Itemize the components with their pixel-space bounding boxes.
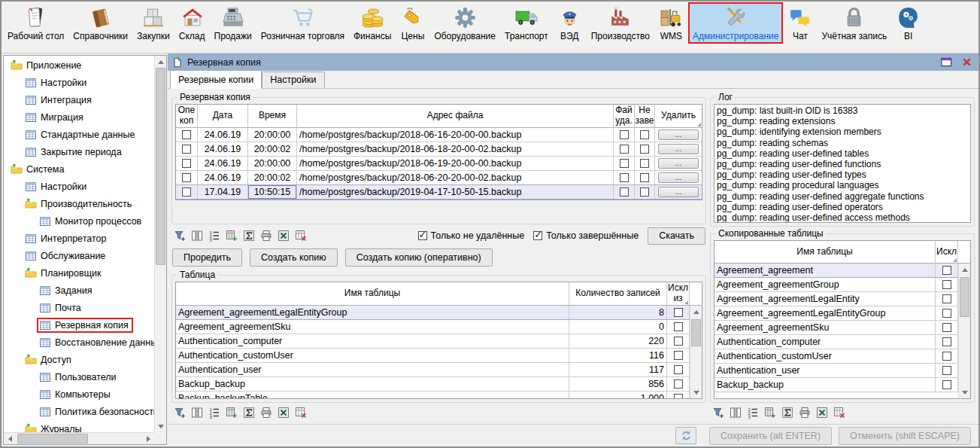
filter-add-button[interactable]: [711, 405, 726, 420]
backup-date-cell[interactable]: 24.06.19: [198, 128, 248, 142]
nav-item-chat[interactable]: Чат: [783, 2, 817, 44]
backup-file-path-cell[interactable]: /home/postgres/backup/2018-06-19-20-00-0…: [297, 157, 614, 170]
operational-copy-checkbox[interactable]: [182, 159, 191, 168]
table-name-cell[interactable]: Authentication_user: [715, 364, 936, 377]
table-delete-button[interactable]: [293, 228, 308, 243]
file-deleted-checkbox[interactable]: [620, 130, 629, 139]
not-finished-checkbox[interactable]: [640, 187, 649, 197]
excel-export-button[interactable]: [815, 405, 830, 420]
table-name-cell[interactable]: Authentication_customUser: [176, 349, 569, 362]
sidebar-item[interactable]: Задания: [4, 282, 154, 299]
operational-copy-checkbox[interactable]: [182, 173, 191, 182]
sidebar-item[interactable]: Монитор процессов: [4, 212, 154, 230]
filter-not-deleted-checkbox[interactable]: [418, 231, 427, 240]
copied-table-row[interactable]: Agreement_agreementLegalEntity: [715, 292, 958, 306]
record-count-cell[interactable]: 220: [569, 334, 667, 348]
scrollbar-thumb[interactable]: [156, 68, 165, 265]
operational-copy-checkbox[interactable]: [182, 187, 191, 197]
sidebar-item[interactable]: Пользователи: [4, 368, 154, 386]
sigma-button[interactable]: [241, 405, 256, 420]
exclude-checkbox[interactable]: [942, 352, 951, 361]
thin-out-button[interactable]: Проредить: [172, 248, 242, 267]
sidebar-item[interactable]: Политика безопасности: [4, 403, 154, 420]
delete-backup-button[interactable]: ...: [658, 187, 699, 197]
table-add-button[interactable]: [763, 405, 778, 420]
column-header-time[interactable]: Время: [248, 105, 297, 128]
copied-table-row[interactable]: Authentication_computer: [715, 335, 958, 349]
sidebar-item[interactable]: Резервная копия: [4, 316, 154, 334]
backup-file-path-cell[interactable]: /home/postgres/backup/2019-04-17-10-50-1…: [297, 185, 614, 199]
nav-item-forklift[interactable]: WMS: [654, 2, 688, 44]
operational-copy-checkbox[interactable]: [182, 130, 191, 139]
table-name-cell[interactable]: Agreement_agreementLegalEntityGroup: [176, 306, 569, 319]
sidebar-item[interactable]: Компьютеры: [4, 386, 154, 403]
numbered-list-button[interactable]: 123: [207, 228, 222, 243]
backup-file-path-cell[interactable]: /home/postgres/backup/2018-06-18-20-00-0…: [297, 142, 614, 156]
numbered-list-button[interactable]: 123: [745, 405, 760, 420]
nav-item-customs-officer[interactable]: ВЭД: [553, 2, 587, 44]
nav-item-factory[interactable]: Производство: [587, 2, 654, 44]
scroll-down-arrow-icon[interactable]: [959, 386, 971, 398]
exclude-checkbox[interactable]: [674, 379, 683, 389]
table-name-cell[interactable]: Agreement_agreementLegalEntity: [715, 292, 936, 306]
copied-table-row[interactable]: Agreement_agreement: [715, 264, 958, 278]
not-finished-checkbox[interactable]: [640, 130, 649, 139]
nav-item-book[interactable]: Справочники: [68, 2, 132, 44]
column-header-file-deleted[interactable]: Фай уда.: [614, 105, 635, 128]
table-row[interactable]: Authentication_user117: [176, 363, 690, 377]
backup-file-path-cell[interactable]: /home/postgres/backup/2018-06-20-20-00-0…: [297, 171, 614, 184]
exclude-checkbox[interactable]: [942, 337, 951, 346]
log-output[interactable]: pg_dump: last built-in OID is 16383pg_du…: [714, 104, 971, 223]
filter-finished[interactable]: Только завершённые: [533, 230, 639, 241]
nav-item-gear[interactable]: Оборудование: [429, 2, 500, 44]
delete-backup-button[interactable]: ...: [658, 172, 699, 183]
record-count-cell[interactable]: 856: [569, 377, 667, 391]
table-name-cell[interactable]: Agreement_agreementSku: [715, 321, 936, 334]
copied-tables-vertical-scrollbar[interactable]: [958, 264, 970, 398]
table-name-cell[interactable]: Agreement_agreementLegalEntityGroup: [715, 306, 936, 320]
print-button[interactable]: [259, 405, 274, 420]
table-name-cell[interactable]: Authentication_customUser: [715, 349, 936, 363]
record-count-cell[interactable]: 116: [569, 349, 667, 362]
exclude-checkbox[interactable]: [942, 266, 951, 275]
table-name-cell[interactable]: Authentication_computer: [715, 335, 936, 349]
backup-row[interactable]: 24.06.1920:00:00/home/postgres/backup/20…: [176, 128, 702, 142]
filter-add-button[interactable]: [172, 405, 187, 420]
backup-row[interactable]: 24.06.1920:00:00/home/postgres/backup/20…: [176, 157, 702, 171]
nav-item-bi[interactable]: BI: [891, 2, 925, 44]
copied-table-row[interactable]: Agreement_agreementLegalEntityGroup: [715, 306, 958, 321]
table-name-cell[interactable]: Backup_backup: [176, 377, 569, 391]
column-header-file-path[interactable]: Адрес файла: [297, 105, 614, 128]
delete-backup-button[interactable]: ...: [658, 158, 699, 169]
table-name-cell[interactable]: Agreement_agreement: [715, 264, 936, 277]
columns-button[interactable]: [190, 405, 205, 420]
column-header-delete[interactable]: Удалить: [655, 105, 702, 128]
backup-time-cell[interactable]: 10:50:15: [248, 185, 297, 199]
sidebar-item[interactable]: Восстановление данных: [4, 334, 154, 351]
nav-item-coins[interactable]: Финансы: [349, 2, 396, 44]
copied-table-row[interactable]: Agreement_agreementGroup: [715, 278, 958, 292]
table-name-cell[interactable]: Backup_backup: [715, 378, 936, 392]
backup-time-cell[interactable]: 20:00:00: [248, 157, 297, 170]
table-row[interactable]: Authentication_computer220: [176, 334, 690, 349]
exclude-checkbox[interactable]: [674, 337, 683, 346]
sidebar-item[interactable]: Интерпретатор: [4, 230, 154, 247]
table-name-cell[interactable]: Agreement_agreementGroup: [715, 278, 936, 291]
backup-date-cell[interactable]: 24.06.19: [198, 142, 248, 156]
save-button[interactable]: Сохранить (alt ENTER): [709, 427, 832, 445]
copied-table-row[interactable]: Authentication_user: [715, 364, 958, 378]
copied-table-row[interactable]: Agreement_agreementSku: [715, 321, 958, 335]
sidebar-item[interactable]: Доступ: [4, 351, 154, 368]
sidebar-item[interactable]: Журналы: [4, 420, 154, 432]
table-row[interactable]: Backup_backup856: [176, 377, 690, 392]
nav-item-warehouse[interactable]: Склад: [174, 2, 210, 44]
sidebar-item[interactable]: Настройки: [4, 74, 154, 91]
file-deleted-checkbox[interactable]: [620, 159, 629, 168]
scroll-right-arrow-icon[interactable]: [142, 433, 154, 445]
exclude-checkbox[interactable]: [674, 394, 683, 398]
record-count-cell[interactable]: 8: [569, 306, 667, 319]
column-header-record-count[interactable]: Количество записей: [569, 282, 667, 306]
print-button[interactable]: [797, 405, 812, 420]
sidebar-item[interactable]: Интеграция: [4, 91, 154, 108]
column-header-table-name[interactable]: Имя таблицы: [715, 241, 936, 264]
